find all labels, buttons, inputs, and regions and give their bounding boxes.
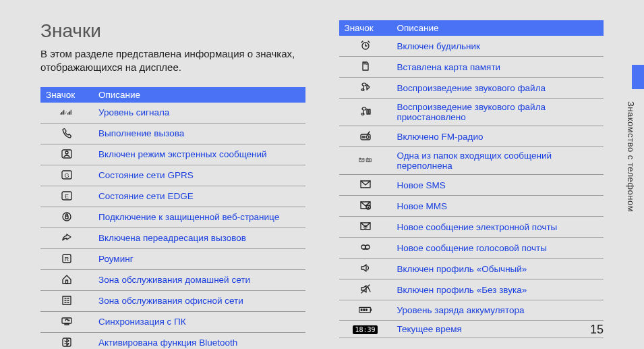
edge-icon: E [60, 190, 74, 202]
svg-line-35 [361, 41, 363, 43]
icon-description: Зона обслуживания офисной сети [93, 290, 305, 311]
email-icon: @ [339, 217, 392, 238]
call-icon [60, 127, 74, 139]
edge-icon: E [40, 186, 93, 207]
page-title: Значки [40, 20, 305, 42]
office-icon [60, 294, 74, 306]
sync-icon [40, 311, 93, 332]
icon-description: Воспроизведение звукового файла приостан… [392, 99, 604, 126]
intro-text: В этом разделе представлена информация о… [40, 47, 305, 75]
svg-point-40 [361, 89, 364, 91]
th-icon: Значок [339, 20, 392, 36]
bluetooth-icon [60, 336, 74, 348]
section-side-label: Знакомство с телефоном [626, 101, 636, 212]
svg-line-36 [368, 41, 370, 43]
table-row: Включен профиль «Обычный» [339, 259, 604, 279]
sdcard-icon [339, 57, 392, 78]
svg-text:E: E [65, 193, 69, 200]
radio-icon [359, 130, 372, 142]
svg-point-60 [361, 245, 365, 249]
icon-description: Включена переадресация вызовов [93, 227, 305, 248]
icon-description: Включен профиль «Обычный» [392, 259, 604, 279]
icon-description: Воспроизведение звукового файла [392, 78, 604, 99]
table-row: Подключение к защищенной веб-странице [40, 207, 305, 227]
icon-description: Выполнение вызова [93, 123, 305, 144]
inboxfull-icon [359, 154, 372, 166]
table-row: Включен будильник [339, 36, 604, 57]
sms-icon [359, 178, 372, 190]
secure-icon [60, 211, 74, 223]
table-row: Включен профиль «Без звука» [339, 279, 604, 300]
time-icon: 18:39 [353, 325, 377, 334]
svg-rect-19 [66, 280, 68, 284]
forward-icon [60, 232, 74, 244]
left-column: Значки В этом разделе представлена инфор… [40, 20, 305, 349]
inboxfull-icon [339, 147, 392, 175]
table-row: Зона обслуживания офисной сети [40, 290, 305, 311]
home-icon [40, 269, 93, 290]
svg-point-41 [361, 113, 364, 115]
svg-text:@: @ [363, 224, 368, 229]
table-row: 18:39Текущее время [339, 321, 604, 338]
table-row: Включена переадресация вызовов [40, 227, 305, 248]
icon-description: Подключение к защищенной веб-странице [93, 207, 305, 227]
icon-description: Уровень сигнала [93, 103, 305, 124]
svg-rect-1 [61, 112, 62, 115]
voicemail-icon [359, 241, 372, 253]
page-number: 15 [590, 323, 604, 337]
roaming-icon: R [60, 252, 74, 265]
svg-rect-8 [71, 109, 71, 114]
icon-description: Уровень заряда аккумулятора [392, 300, 604, 321]
table-row: Выполнение вызова [40, 123, 305, 144]
icon-description: Синхронизация с ПК [93, 311, 305, 332]
pause-icon [359, 105, 372, 117]
svg-text:G: G [64, 172, 69, 179]
icon-table-left: Значок Описание / Уровень сигналаВыполне… [40, 87, 305, 350]
table-row: GСостояние сети GPRS [40, 165, 305, 186]
table-row: Воспроизведение звукового файла приостан… [339, 99, 604, 126]
svg-rect-27 [62, 318, 71, 323]
icon-description: Включено FM-радио [392, 126, 604, 147]
right-column: Значок Описание Включен будильникВставле… [339, 20, 604, 349]
email-icon: @ [359, 220, 372, 232]
play-icon [339, 78, 392, 99]
svg-rect-2 [63, 111, 63, 114]
svg-rect-42 [367, 109, 368, 114]
icon-description: Одна из папок входящих сообщений перепол… [392, 147, 604, 175]
icon-description: Вставлена карта памяти [392, 57, 604, 78]
table-row: Активирована функция Bluetooth [40, 332, 305, 349]
roaming-icon: R [40, 248, 93, 269]
svg-point-61 [365, 245, 370, 249]
sound-icon [339, 259, 392, 279]
icon-description: Новое SMS [392, 175, 604, 196]
svg-rect-43 [369, 109, 370, 114]
svg-rect-6 [69, 112, 69, 115]
home-icon [60, 273, 74, 286]
th-desc: Описание [93, 87, 305, 103]
table-row: Синхронизация с ПК [40, 311, 305, 332]
table-row: / Уровень сигнала [40, 103, 305, 124]
alarm-icon [339, 36, 392, 57]
svg-rect-3 [63, 109, 64, 114]
play-icon [359, 81, 372, 93]
radio-icon [339, 126, 392, 147]
svg-point-45 [366, 136, 369, 138]
table-row: Уровень заряда аккумулятора [339, 300, 604, 321]
forward-icon [40, 227, 93, 248]
svg-rect-0 [61, 113, 61, 114]
table-row: Одна из папок входящих сообщений перепол… [339, 147, 604, 175]
pause-icon [339, 99, 392, 126]
svg-rect-5 [67, 113, 68, 114]
svg-point-10 [65, 151, 68, 154]
time-icon: 18:39 [339, 321, 392, 338]
svg-rect-67 [360, 308, 362, 311]
secure-icon [40, 207, 93, 227]
svg-rect-69 [365, 308, 368, 311]
alarm-icon [359, 39, 372, 51]
mms-icon [339, 196, 392, 217]
th-icon: Значок [40, 87, 93, 103]
sync-icon [60, 315, 74, 327]
call-icon [40, 123, 93, 144]
table-row: Новое сообщение голосовой почты [339, 238, 604, 259]
icon-description: Текущее время [392, 321, 604, 338]
